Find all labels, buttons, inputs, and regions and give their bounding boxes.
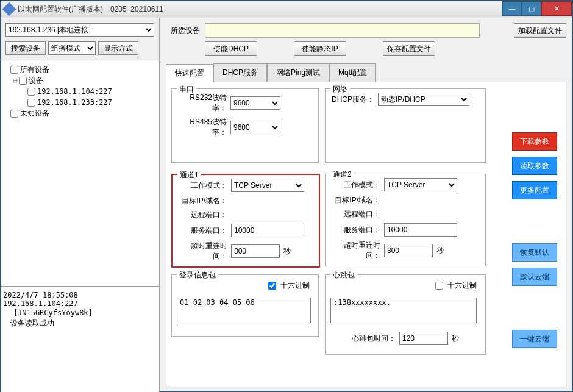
enable-dhcp-button[interactable]: 使能DHCP bbox=[205, 41, 257, 56]
save-config-button[interactable]: 保存配置文件 bbox=[383, 41, 435, 56]
ch2-mode-select[interactable]: TCP Server bbox=[384, 178, 457, 191]
selected-device-field[interactable] bbox=[205, 23, 480, 38]
log-line: 设备读取成功 bbox=[3, 318, 157, 329]
selected-device-label: 所选设备 bbox=[166, 26, 200, 36]
ch2-sec-label: 秒 bbox=[436, 246, 444, 256]
read-params-button[interactable]: 读取参数 bbox=[512, 157, 557, 175]
tree-all-checkbox[interactable] bbox=[10, 66, 18, 74]
login-hex-checkbox[interactable] bbox=[268, 282, 276, 290]
ch1-target-label: 目标IP/域名： bbox=[177, 196, 227, 206]
mode-select[interactable]: 组播模式 bbox=[48, 41, 96, 55]
group-login-packet: 登录信息包 十六进制 01 02 03 04 05 06 bbox=[171, 274, 319, 337]
rs485-label: RS485波特率： bbox=[177, 117, 227, 138]
side-buttons: 下载参数 读取参数 更多配置 恢复默认 默认云端 一键云端 bbox=[512, 132, 557, 348]
tab-mqtt-config[interactable]: Mqtt配置 bbox=[329, 63, 376, 82]
tab-dhcp-service[interactable]: DHCP服务 bbox=[213, 63, 267, 82]
group-channel1-title: 通道1 bbox=[177, 170, 201, 180]
group-login-title: 登录信息包 bbox=[177, 270, 218, 280]
rs232-baud-select[interactable]: 9600 bbox=[230, 96, 280, 110]
tree-unknown-checkbox[interactable] bbox=[10, 110, 18, 118]
login-hex-label: 十六进制 bbox=[280, 280, 310, 291]
ch2-target-label: 目标IP/域名： bbox=[330, 195, 380, 205]
ch1-mode-select[interactable]: TCP Server bbox=[231, 179, 304, 192]
window-buttons: — ▢ ✕ bbox=[502, 1, 572, 15]
left-panel: 192.168.1.236 [本地连接] 搜索设备 组播模式 显示方式 所有设备… bbox=[1, 18, 160, 392]
rs485-baud-select[interactable]: 9600 bbox=[230, 121, 280, 134]
group-channel2-title: 通道2 bbox=[330, 169, 354, 180]
tab-quick-config[interactable]: 快速配置 bbox=[166, 64, 213, 82]
group-network: 网络 DHCP服务： 动态IP/DHCP bbox=[325, 88, 486, 163]
group-heartbeat: 心跳包 十六进制 :138xxxxxxxx. 心跳包时间： 秒 bbox=[325, 274, 486, 355]
ch2-reconn-label: 超时重连时间： bbox=[330, 240, 380, 261]
load-config-button[interactable]: 加载配置文件 bbox=[514, 23, 566, 38]
group-network-title: 网络 bbox=[330, 84, 350, 94]
ch2-sport-label: 服务端口： bbox=[330, 225, 380, 235]
download-params-button[interactable]: 下载参数 bbox=[512, 132, 557, 151]
app-icon bbox=[2, 2, 16, 16]
tree-dev-checkbox[interactable] bbox=[19, 77, 27, 85]
ch1-sec-label: 秒 bbox=[283, 246, 291, 257]
minimize-button[interactable]: — bbox=[502, 1, 522, 16]
ch2-rport-label: 远程端口： bbox=[330, 209, 380, 219]
tab-ping-test[interactable]: 网络Ping测试 bbox=[267, 63, 329, 82]
ch1-rport-label: 远程端口： bbox=[177, 210, 227, 220]
window-title: 以太网配置软件(广播版本) 0205_20210611 bbox=[18, 4, 502, 15]
hb-packet-input[interactable]: :138xxxxxxxx. bbox=[330, 298, 477, 323]
enable-static-button[interactable]: 使能静态IP bbox=[294, 41, 346, 56]
tab-bar: 快速配置 DHCP服务 网络Ping测试 Mqtt配置 bbox=[166, 63, 566, 82]
title-bar: 以太网配置软件(广播版本) 0205_20210611 — ▢ ✕ bbox=[1, 1, 572, 18]
ch1-sport-label: 服务端口： bbox=[177, 226, 227, 236]
tree-dev-label: 设备 bbox=[29, 76, 43, 86]
log-line: 2022/4/7 18:55:08 bbox=[3, 291, 157, 299]
ch2-reconn-input[interactable] bbox=[384, 244, 433, 257]
one-click-cloud-button[interactable]: 一键云端 bbox=[512, 330, 557, 348]
display-mode-button[interactable]: 显示方式 bbox=[98, 41, 138, 55]
device-tree[interactable]: 所有设备 ⊟设备 192.168.1.104:227 192.168.1.233… bbox=[1, 60, 159, 287]
tree-ip2-checkbox[interactable] bbox=[27, 99, 35, 107]
tree-all-label: 所有设备 bbox=[20, 65, 49, 75]
dhcp-service-select[interactable]: 动态IP/DHCP bbox=[378, 93, 469, 106]
hb-sec-label: 秒 bbox=[452, 333, 459, 344]
ch1-reconn-input[interactable] bbox=[231, 244, 280, 258]
group-serial-title: 串口 bbox=[177, 84, 196, 94]
tree-ip2-label[interactable]: 192.168.1.233:227 bbox=[37, 98, 112, 107]
dhcp-service-label: DHCP服务： bbox=[330, 94, 374, 105]
ch2-sport-input[interactable] bbox=[384, 223, 457, 237]
log-panel: 2022/4/7 18:55:08 192.168.1.104:227 【JN1… bbox=[1, 287, 159, 392]
group-channel1: 通道1 工作模式： TCP Server 目标IP/域名： 远程端口： 服务端口… bbox=[171, 174, 320, 268]
log-line: 192.168.1.104:227 bbox=[3, 299, 157, 308]
more-config-button[interactable]: 更多配置 bbox=[512, 181, 557, 199]
hb-interval-label: 心跳包时间： bbox=[352, 333, 396, 344]
client-area: 192.168.1.236 [本地连接] 搜索设备 组播模式 显示方式 所有设备… bbox=[1, 18, 572, 392]
right-panel: 所选设备 加载配置文件 使能DHCP 使能静态IP 保存配置文件 快速配置 DH… bbox=[160, 18, 572, 392]
default-cloud-button[interactable]: 默认云端 bbox=[512, 268, 557, 286]
tree-ip1-label[interactable]: 192.168.1.104:227 bbox=[37, 87, 112, 96]
maximize-button[interactable]: ▢ bbox=[522, 1, 541, 16]
tab-content: 串口 RS232波特率： 9600 RS485波特率： 9600 网络 DHCP… bbox=[166, 82, 566, 387]
hb-hex-checkbox[interactable] bbox=[435, 282, 443, 290]
login-packet-input[interactable]: 01 02 03 04 05 06 bbox=[177, 298, 311, 323]
hb-interval-input[interactable] bbox=[399, 332, 448, 345]
tree-ip1-checkbox[interactable] bbox=[27, 88, 35, 96]
search-device-button[interactable]: 搜索设备 bbox=[5, 41, 46, 55]
log-line: 【JN15GRCyfsYoyw8k】 bbox=[3, 308, 157, 318]
group-serial: 串口 RS232波特率： 9600 RS485波特率： 9600 bbox=[171, 88, 319, 163]
tree-unknown-label: 未知设备 bbox=[20, 109, 49, 119]
ch1-sport-input[interactable] bbox=[231, 224, 304, 237]
restore-default-button[interactable]: 恢复默认 bbox=[512, 243, 557, 262]
app-window: 以太网配置软件(广播版本) 0205_20210611 — ▢ ✕ 192.16… bbox=[0, 0, 573, 392]
ch1-mode-label: 工作模式： bbox=[177, 180, 227, 191]
group-heartbeat-title: 心跳包 bbox=[330, 270, 357, 280]
close-button[interactable]: ✕ bbox=[541, 1, 572, 16]
group-channel2: 通道2 工作模式： TCP Server 目标IP/域名： 远程端口： 服务端口… bbox=[325, 174, 486, 266]
nic-select[interactable]: 192.168.1.236 [本地连接] bbox=[5, 23, 154, 37]
rs232-label: RS232波特率： bbox=[177, 93, 227, 113]
ch1-reconn-label: 超时重连时间： bbox=[177, 241, 227, 262]
hb-hex-label: 十六进制 bbox=[447, 280, 477, 291]
ch2-mode-label: 工作模式： bbox=[330, 180, 380, 190]
tree-expand-icon[interactable]: ⊟ bbox=[12, 76, 19, 85]
